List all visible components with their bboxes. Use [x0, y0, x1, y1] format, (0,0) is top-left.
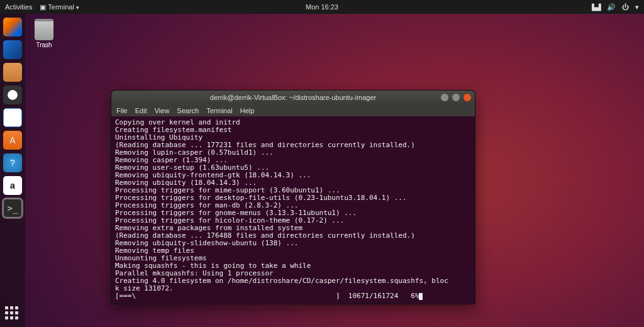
window-maximize-button[interactable]	[452, 94, 460, 101]
chevron-down-icon: ▾	[635, 3, 639, 11]
terminal-icon: ▣	[40, 3, 48, 11]
trash-label: Trash	[35, 42, 53, 48]
window-close-button[interactable]	[464, 94, 471, 101]
menu-edit[interactable]: Edit	[135, 107, 147, 114]
dock-files[interactable]	[3, 63, 22, 82]
top-bar: Activities ▣ Terminal Mon 16:23 ▙▟ 🔊 ⏻ ▾	[0, 0, 644, 14]
dock-libreoffice-writer[interactable]	[3, 108, 22, 127]
window-title: derrik@derrik-VirtualBox: ~/distroshare-…	[210, 94, 376, 101]
system-status-area[interactable]: ▙▟ 🔊 ⏻ ▾	[592, 3, 639, 11]
show-applications-button[interactable]	[5, 306, 18, 319]
menu-help[interactable]: Help	[240, 107, 255, 114]
terminal-window[interactable]: derrik@derrik-VirtualBox: ~/distroshare-…	[111, 90, 475, 304]
menu-search[interactable]: Search	[177, 107, 199, 114]
app-menu[interactable]: ▣ Terminal	[40, 3, 79, 11]
trash-icon	[35, 19, 53, 40]
dock-amazon[interactable]: a	[3, 176, 22, 195]
desktop-trash[interactable]: Trash	[35, 19, 53, 48]
dock-thunderbird[interactable]	[3, 40, 22, 59]
dock-terminal[interactable]: >_	[3, 199, 22, 218]
menu-view[interactable]: View	[155, 107, 170, 114]
dock-ubuntu-software[interactable]: A	[3, 131, 22, 150]
dock-rhythmbox[interactable]	[3, 86, 22, 104]
activities-button[interactable]: Activities	[5, 3, 32, 11]
terminal-menubar: File Edit View Search Terminal Help	[111, 104, 475, 116]
clock[interactable]: Mon 16:23	[306, 3, 338, 11]
menu-file[interactable]: File	[116, 107, 128, 114]
window-titlebar[interactable]: derrik@derrik-VirtualBox: ~/distroshare-…	[111, 91, 475, 104]
power-icon: ⏻	[622, 3, 629, 11]
menu-terminal[interactable]: Terminal	[206, 107, 233, 114]
dock-help[interactable]: ?	[3, 153, 22, 172]
dock-firefox[interactable]	[3, 18, 22, 36]
window-minimize-button[interactable]	[441, 94, 448, 101]
volume-icon: 🔊	[607, 3, 616, 11]
network-icon: ▙▟	[592, 4, 601, 11]
dock: A ? a >_	[0, 14, 25, 327]
terminal-output[interactable]: Copying over kernel and initrd Creating …	[111, 116, 475, 304]
terminal-cursor	[419, 293, 423, 300]
